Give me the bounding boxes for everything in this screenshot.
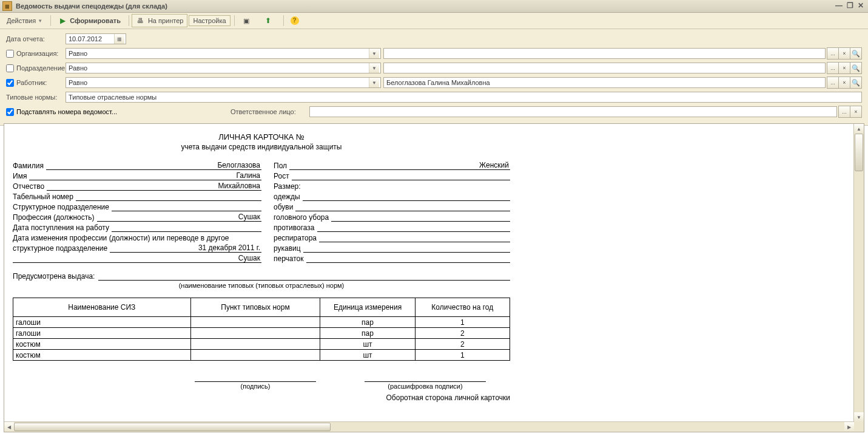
department-clear-button[interactable]: ×	[838, 62, 850, 74]
filter-panel: Дата отчета: 10.07.2012 ▦ Организация: Р…	[0, 29, 868, 126]
play-icon: ▶	[58, 16, 67, 26]
worker-lookup-button[interactable]: 🔍	[850, 77, 862, 89]
organization-mode-select[interactable]: Равно ▼	[66, 48, 381, 59]
worker-label: Работник:	[6, 79, 66, 87]
actions-menu-button[interactable]: Действия▼	[2, 15, 47, 26]
responsible-clear-button[interactable]: ×	[850, 106, 862, 118]
maximize-button[interactable]: ❐	[845, 2, 855, 10]
department-lookup-button[interactable]: 🔍	[850, 62, 862, 74]
worker-select-button[interactable]: ...	[827, 77, 839, 89]
department-label: Подразделение:	[6, 64, 66, 72]
help-icon: ?	[291, 16, 299, 25]
organization-select-button[interactable]: ...	[827, 47, 839, 60]
department-select-button[interactable]: ...	[827, 62, 839, 74]
toolbar: Действия▼ ▶ Сформировать 🖶 На принтер На…	[0, 13, 868, 29]
sheet-export-icon: ⬆	[263, 16, 273, 26]
autonumber-option: Подставлять номера ведомост...	[6, 108, 230, 116]
report-date-input[interactable]: 10.07.2012 ▦	[66, 33, 126, 44]
settings-button[interactable]: Настройка	[189, 15, 230, 26]
app-icon: ▦	[2, 1, 12, 11]
responsible-label: Ответственное лицо:	[230, 108, 309, 115]
report-date-label: Дата отчета:	[6, 35, 66, 43]
chevron-down-icon[interactable]: ▼	[369, 63, 379, 73]
organization-label: Организация:	[6, 50, 66, 58]
help-button[interactable]: ?	[286, 15, 303, 27]
department-value-input[interactable]	[383, 63, 826, 73]
organization-lookup-button[interactable]: 🔍	[850, 47, 862, 60]
worker-mode-select[interactable]: Равно ▼	[66, 77, 381, 88]
organization-checkbox[interactable]	[6, 50, 14, 58]
close-button[interactable]: ✕	[856, 2, 866, 10]
chevron-down-icon[interactable]: ▼	[369, 49, 379, 58]
chevron-down-icon[interactable]: ▼	[369, 78, 379, 87]
norms-value-input[interactable]: Типовые отраслевые нормы	[66, 92, 862, 103]
table-export-icon: ▣	[241, 16, 251, 26]
export-button-1[interactable]: ▣	[237, 14, 258, 27]
department-checkbox[interactable]	[6, 64, 14, 72]
vertical-scrollbar[interactable]: ▲ ▼	[853, 124, 864, 126]
responsible-value-input[interactable]	[309, 106, 837, 117]
organization-clear-button[interactable]: ×	[838, 47, 850, 60]
minimize-button[interactable]: —	[834, 2, 844, 10]
window-title-bar: ▦ Ведомость выдачи спецодежды (для склад…	[0, 0, 868, 13]
scroll-up-icon[interactable]: ▲	[854, 124, 864, 126]
department-mode-select[interactable]: Равно ▼	[66, 63, 381, 73]
generate-button[interactable]: ▶ Сформировать	[53, 14, 125, 27]
responsible-select-button[interactable]: ...	[838, 106, 850, 118]
norms-label: Типовые нормы:	[6, 94, 66, 101]
worker-clear-button[interactable]: ×	[838, 77, 850, 89]
calendar-icon[interactable]: ▦	[114, 34, 124, 44]
organization-value-input[interactable]	[383, 48, 826, 59]
worker-value-input[interactable]: Белоглазова Галина Михайловна	[383, 77, 826, 88]
printer-icon: 🖶	[136, 16, 146, 26]
window-title: Ведомость выдачи спецодежды (для склада)	[16, 2, 167, 10]
chevron-down-icon: ▼	[38, 18, 42, 24]
report-document: ЛИЧНАЯ КАРТОЧКА № учета выдачи средств и…	[4, 124, 854, 126]
report-area: ЛИЧНАЯ КАРТОЧКА № учета выдачи средств и…	[4, 123, 864, 126]
autonumber-checkbox[interactable]	[6, 108, 14, 116]
to-printer-button[interactable]: 🖶 На принтер	[132, 14, 188, 27]
worker-checkbox[interactable]	[6, 79, 14, 87]
export-button-2[interactable]: ⬆	[259, 14, 280, 27]
